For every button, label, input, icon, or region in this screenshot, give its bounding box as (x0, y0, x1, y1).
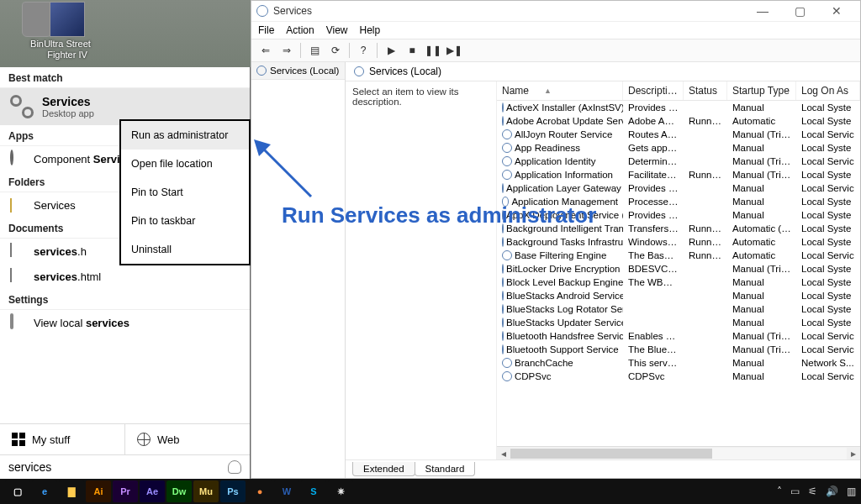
minimize-button[interactable]: — (744, 2, 781, 20)
service-row[interactable]: BitLocker Drive Encryption ...BDESVC hos… (497, 262, 860, 276)
service-row[interactable]: Adobe Acrobat Update Serv...Adobe Acro..… (497, 114, 860, 128)
col-description[interactable]: Description (623, 81, 684, 100)
maximize-button[interactable]: ▢ (781, 2, 818, 20)
services-list[interactable]: Name▲ Description Status Startup Type Lo… (497, 81, 860, 459)
result-title: Services (42, 95, 94, 108)
result-doc-services-html[interactable]: services.html (0, 264, 250, 289)
service-icon (502, 156, 512, 166)
service-icon (502, 331, 504, 341)
menu-open-file-location[interactable]: Open file location (121, 150, 249, 178)
menubar: File Action View Help (251, 21, 860, 39)
file-icon (10, 268, 12, 282)
microphone-icon[interactable] (228, 460, 241, 474)
service-icon (502, 183, 504, 193)
sort-asc-icon: ▲ (544, 87, 552, 95)
close-button[interactable]: ✕ (818, 2, 855, 20)
tb-help[interactable]: ? (354, 42, 372, 59)
services-icon (256, 5, 268, 17)
menu-file[interactable]: File (258, 24, 274, 36)
column-headers[interactable]: Name▲ Description Status Startup Type Lo… (497, 81, 860, 101)
service-row[interactable]: Application InformationFacilitates t...R… (497, 168, 860, 181)
taskbar[interactable]: ▢e▇AiPrAeDwMuPs●WS✷ ˄ ▭ ⚟ 🔊 ▥ (0, 479, 861, 504)
scroll-thumb[interactable] (510, 449, 712, 459)
tray-notifications-icon[interactable]: ▥ (847, 486, 856, 497)
desktop-icon-game[interactable]: Ultra Street Fighter IV (34, 2, 101, 60)
service-row[interactable]: ActiveX Installer (AxInstSV)Provides Us.… (497, 101, 860, 114)
service-row[interactable]: CDPSvcCDPSvcManualLocal Servic (497, 370, 860, 383)
service-icon (502, 250, 512, 260)
service-row[interactable]: Bluetooth Handsfree ServiceEnables wir..… (497, 329, 860, 343)
tb-restart[interactable]: ▶❚ (445, 42, 463, 59)
service-row[interactable]: Bluetooth Support ServiceThe Bluetoo...M… (497, 343, 860, 356)
system-tray[interactable]: ˄ ▭ ⚟ 🔊 ▥ (777, 486, 856, 497)
col-logon[interactable]: Log On As (796, 81, 860, 100)
service-row[interactable]: AllJoyn Router ServiceRoutes AllJo...Man… (497, 128, 860, 141)
bottom-tabs: Extended Standard (346, 459, 860, 478)
taskbar-task-view[interactable]: ▢ (5, 480, 30, 502)
col-status[interactable]: Status (684, 81, 727, 100)
taskbar-dreamweaver[interactable]: Dw (166, 480, 192, 502)
tb-refresh[interactable]: ⟳ (326, 42, 345, 59)
menu-view[interactable]: View (326, 24, 348, 36)
tab-web[interactable]: Web (125, 424, 250, 454)
tb-properties[interactable]: ▤ (305, 42, 324, 59)
tab-extended[interactable]: Extended (352, 462, 415, 476)
col-name[interactable]: Name▲ (497, 81, 623, 100)
taskbar-photoshop[interactable]: Ps (220, 480, 246, 502)
search-input-text[interactable]: services (8, 460, 51, 474)
taskbar-skype[interactable]: S (301, 480, 326, 502)
menu-uninstall[interactable]: Uninstall (121, 235, 249, 264)
service-row[interactable]: BranchCacheThis service ...ManualNetwork… (497, 356, 860, 370)
tb-stop[interactable]: ■ (403, 42, 421, 59)
tab-standard[interactable]: Standard (415, 462, 476, 476)
service-icon (502, 291, 504, 301)
taskbar-explorer[interactable]: ▇ (59, 480, 84, 502)
taskbar-premiere[interactable]: Pr (113, 480, 138, 502)
service-row[interactable]: Application IdentityDetermines ...Manual… (497, 155, 860, 168)
menu-help[interactable]: Help (360, 24, 381, 36)
tray-wifi-icon[interactable]: ⚟ (808, 486, 817, 497)
tray-volume-icon[interactable]: 🔊 (826, 486, 838, 497)
menu-pin-to-taskbar[interactable]: Pin to taskbar (121, 207, 249, 235)
tree-root[interactable]: Services (Local) (251, 62, 345, 80)
titlebar[interactable]: Services — ▢ ✕ (251, 1, 860, 21)
tray-chevron-up-icon[interactable]: ˄ (777, 486, 782, 497)
service-row[interactable]: Application Layer Gateway ...Provides su… (497, 181, 860, 195)
service-row[interactable]: Background Tasks Infrastru...Windows in.… (497, 235, 860, 249)
taskbar-word[interactable]: W (274, 480, 299, 502)
tray-battery-icon[interactable]: ▭ (790, 486, 800, 497)
taskbar-edge[interactable]: e (32, 480, 57, 502)
tb-back[interactable]: ⇐ (256, 42, 275, 59)
service-icon (502, 358, 512, 368)
tb-pause[interactable]: ❚❚ (424, 42, 442, 59)
search-input-row[interactable]: services (0, 454, 250, 479)
tb-forward[interactable]: ⇒ (277, 42, 296, 59)
services-icon (354, 66, 364, 76)
service-row[interactable]: BlueStacks Android ServiceManualLocal Sy… (497, 289, 860, 302)
service-row[interactable]: Base Filtering EngineThe Base Fil...Runn… (497, 249, 860, 262)
service-row[interactable]: App ReadinessGets apps re...ManualLocal … (497, 141, 860, 155)
taskbar-illustrator[interactable]: Ai (86, 480, 111, 502)
service-icon (502, 170, 512, 180)
service-icon (502, 237, 504, 247)
scroll-right-icon[interactable]: ▸ (847, 448, 860, 459)
tree-pane[interactable]: Services (Local) (251, 62, 346, 478)
h-scrollbar[interactable]: ◂ ▸ (497, 446, 860, 459)
result-view-local-services[interactable]: View local services (0, 310, 250, 335)
settings-icon (10, 313, 13, 329)
taskbar-settings[interactable]: ✷ (328, 480, 353, 502)
menu-run-as-admin[interactable]: Run as administrator (121, 121, 249, 150)
service-row[interactable]: Block Level Backup Engine ...The WBENG..… (497, 276, 860, 289)
scroll-left-icon[interactable]: ◂ (497, 448, 510, 459)
taskbar-aftereffects[interactable]: Ae (140, 480, 165, 502)
file-icon (10, 243, 12, 257)
service-row[interactable]: BlueStacks Log Rotator Serv...ManualLoca… (497, 302, 860, 316)
menu-pin-to-start[interactable]: Pin to Start (121, 178, 249, 207)
taskbar-muse[interactable]: Mu (193, 480, 219, 502)
service-row[interactable]: BlueStacks Updater ServiceManualLocal Sy… (497, 316, 860, 329)
taskbar-firefox[interactable]: ● (247, 480, 272, 502)
menu-action[interactable]: Action (286, 24, 314, 36)
tb-start[interactable]: ▶ (382, 42, 400, 59)
col-startup[interactable]: Startup Type (727, 81, 796, 100)
tab-my-stuff[interactable]: My stuff (0, 424, 125, 454)
